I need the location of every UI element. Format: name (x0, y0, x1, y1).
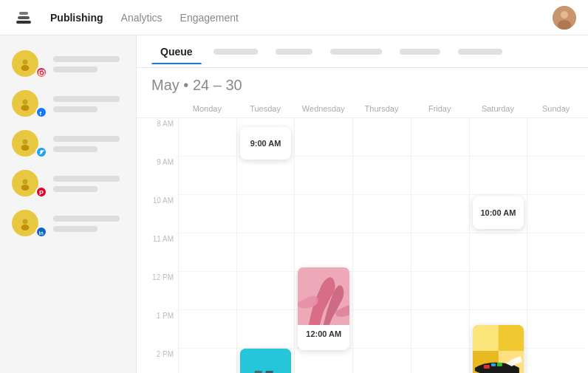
cell (295, 233, 352, 272)
cell (470, 272, 527, 310)
cell (527, 118, 585, 157)
cell (411, 195, 469, 233)
bar-short (53, 186, 98, 192)
svg-point-17 (23, 140, 28, 145)
sidebar-item-facebook[interactable]: f (0, 84, 136, 124)
bar-long (53, 216, 120, 222)
cell (411, 349, 469, 373)
day-col-wednesday: 12:00 AM 5:45 PM (294, 118, 352, 373)
bar-long (53, 56, 120, 62)
facebook-badge: f (35, 106, 47, 118)
svg-rect-2 (19, 12, 28, 15)
account-bars (47, 96, 124, 112)
cell (295, 349, 352, 373)
day-col-tuesday: 9:00 AM (236, 118, 295, 373)
day-label-tuesday: Tuesday (236, 100, 295, 117)
event-saturday-245pm[interactable]: 2:45 PM (473, 325, 524, 373)
cell (179, 349, 236, 373)
instagram-badge (35, 66, 47, 78)
day-col-thursday (352, 118, 411, 373)
cell (353, 233, 411, 272)
event-saturday-10am[interactable]: 10:00 AM (473, 196, 524, 229)
bar-short (53, 146, 98, 152)
day-col-sunday (527, 118, 585, 373)
event-tuesday-4pm[interactable]: 4:00 PM (240, 349, 292, 373)
time-2pm: 2 PM (140, 349, 178, 373)
cell (470, 233, 527, 272)
day-label-monday: Monday (178, 100, 236, 117)
day-label-thursday: Thursday (352, 100, 411, 117)
cell (470, 118, 527, 157)
tab-queue[interactable]: Queue (151, 40, 202, 64)
cell (295, 118, 352, 157)
sidebar-item-linkedin[interactable]: in (0, 204, 136, 244)
svg-point-24 (23, 219, 28, 225)
svg-rect-33 (498, 325, 524, 351)
cell (527, 195, 585, 233)
svg-text:in: in (38, 230, 43, 236)
day-label-sunday: Sunday (527, 100, 585, 117)
bar-long (53, 96, 120, 102)
svg-rect-27 (240, 349, 292, 373)
sidebar-item-twitter[interactable] (0, 124, 136, 164)
main-layout: f (0, 35, 588, 373)
event-image-shoe-blue (240, 349, 292, 373)
cell (411, 310, 469, 349)
tab-placeholder-4 (400, 49, 440, 55)
cell (411, 272, 469, 310)
bar-short (53, 226, 98, 232)
svg-point-4 (561, 11, 568, 18)
cell (527, 272, 585, 310)
event-time-label: 10:00 AM (474, 205, 522, 220)
nav-analytics[interactable]: Analytics (121, 9, 163, 27)
svg-text:f: f (39, 110, 41, 116)
cell (179, 310, 236, 349)
linkedin-badge: in (35, 226, 47, 238)
account-avatar-linkedin: in (12, 210, 47, 238)
nav-engagement[interactable]: Engagement (180, 9, 239, 27)
day-label-friday: Friday (411, 100, 469, 117)
calendar-header: May • 24 – 30 (137, 68, 588, 100)
cell (353, 195, 411, 233)
bar-short (53, 66, 98, 72)
account-avatar-pinterest: P (12, 170, 47, 198)
bar-long (53, 136, 120, 142)
sidebar-item-pinterest[interactable]: P (0, 164, 136, 204)
tab-placeholder-5 (458, 49, 502, 55)
svg-rect-38 (496, 363, 502, 366)
account-avatar-twitter (12, 130, 47, 158)
tabs-bar: Queue (137, 35, 588, 68)
cell (179, 272, 236, 310)
svg-rect-37 (490, 363, 495, 366)
svg-point-11 (42, 70, 43, 71)
svg-rect-0 (16, 21, 31, 24)
bar-long (53, 176, 120, 182)
nav-publishing[interactable]: Publishing (50, 9, 103, 27)
time-column: 8 AM 9 AM 10 AM 11 AM 12 PM 1 PM 2 PM 3 … (140, 118, 178, 373)
time-1pm: 1 PM (140, 310, 178, 349)
twitter-badge (35, 146, 47, 158)
cell (295, 157, 352, 195)
cell (527, 233, 585, 272)
sidebar-item-instagram[interactable] (0, 44, 136, 84)
bar-short (53, 106, 98, 112)
cell (237, 195, 295, 233)
avatar[interactable] (553, 6, 576, 30)
time-8am: 8 AM (140, 118, 178, 157)
svg-text:P: P (39, 189, 44, 196)
account-bars (47, 56, 124, 72)
event-wednesday-12am[interactable]: 12:00 AM (298, 267, 349, 350)
account-avatar-facebook: f (12, 90, 47, 118)
logo[interactable] (12, 6, 35, 30)
account-avatar-instagram (12, 50, 47, 78)
sidebar: f (0, 35, 137, 373)
event-tuesday-9am[interactable]: 9:00 AM (240, 127, 292, 160)
top-navigation: Publishing Analytics Engagement (0, 0, 588, 35)
content-area: Queue May • 24 – 30 Monday Tuesday Wedne… (137, 35, 588, 373)
cell (470, 157, 527, 195)
cell (179, 118, 236, 157)
time-9am: 9 AM (140, 157, 178, 195)
tab-placeholder-1 (213, 49, 258, 55)
cell (237, 233, 295, 272)
account-bars (47, 216, 124, 232)
